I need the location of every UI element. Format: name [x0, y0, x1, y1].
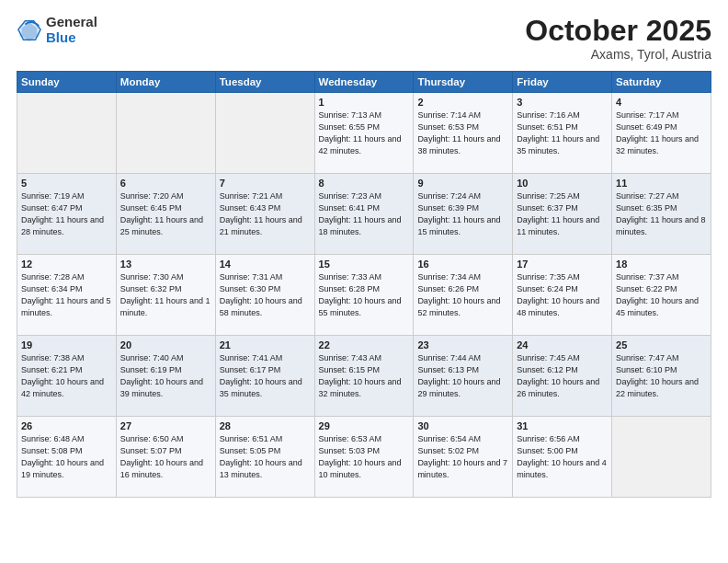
day-number: 21: [220, 339, 311, 350]
calendar-cell-w3-d5: 16Sunrise: 7:34 AM Sunset: 6:26 PM Dayli…: [414, 255, 513, 336]
calendar-cell-w1-d5: 2Sunrise: 7:14 AM Sunset: 6:53 PM Daylig…: [414, 93, 513, 174]
calendar-cell-w4-d5: 23Sunrise: 7:44 AM Sunset: 6:13 PM Dayli…: [414, 336, 513, 417]
calendar-cell-w3-d6: 17Sunrise: 7:35 AM Sunset: 6:24 PM Dayli…: [513, 255, 612, 336]
page: General Blue October 2025 Axams, Tyrol, …: [0, 0, 728, 563]
day-number: 19: [21, 339, 112, 350]
calendar-cell-w2-d4: 8Sunrise: 7:23 AM Sunset: 6:41 PM Daylig…: [314, 174, 414, 255]
day-number: 16: [417, 259, 508, 270]
logo: General Blue: [17, 15, 97, 45]
calendar-cell-w2-d2: 6Sunrise: 7:20 AM Sunset: 6:45 PM Daylig…: [116, 174, 215, 255]
day-number: 29: [319, 420, 410, 431]
day-info: Sunrise: 7:44 AM Sunset: 6:13 PM Dayligh…: [417, 352, 508, 400]
day-info: Sunrise: 7:37 AM Sunset: 6:22 PM Dayligh…: [616, 271, 707, 319]
day-number: 12: [21, 259, 112, 270]
logo-general-text: General: [46, 15, 97, 30]
calendar-cell-w2-d6: 10Sunrise: 7:25 AM Sunset: 6:37 PM Dayli…: [513, 174, 612, 255]
day-number: 9: [417, 178, 508, 189]
day-info: Sunrise: 7:17 AM Sunset: 6:49 PM Dayligh…: [616, 109, 707, 157]
calendar-cell-w5-d5: 30Sunrise: 6:54 AM Sunset: 5:02 PM Dayli…: [414, 417, 513, 498]
col-saturday: Saturday: [612, 72, 711, 93]
day-number: 13: [120, 259, 211, 270]
calendar-cell-w1-d3: [215, 93, 314, 174]
day-number: 11: [616, 178, 707, 189]
day-info: Sunrise: 7:21 AM Sunset: 6:43 PM Dayligh…: [220, 190, 311, 238]
day-info: Sunrise: 7:45 AM Sunset: 6:12 PM Dayligh…: [517, 352, 608, 400]
calendar-cell-w1-d1: [17, 93, 117, 174]
logo-text: General Blue: [46, 15, 97, 45]
col-tuesday: Tuesday: [215, 72, 314, 93]
calendar-week-4: 19Sunrise: 7:38 AM Sunset: 6:21 PM Dayli…: [17, 336, 711, 417]
col-wednesday: Wednesday: [314, 72, 414, 93]
calendar-cell-w3-d1: 12Sunrise: 7:28 AM Sunset: 6:34 PM Dayli…: [17, 255, 117, 336]
day-info: Sunrise: 7:28 AM Sunset: 6:34 PM Dayligh…: [21, 271, 112, 319]
day-number: 14: [220, 259, 311, 270]
calendar-week-1: 1Sunrise: 7:13 AM Sunset: 6:55 PM Daylig…: [17, 93, 711, 174]
calendar-week-5: 26Sunrise: 6:48 AM Sunset: 5:08 PM Dayli…: [17, 417, 711, 498]
calendar-cell-w1-d7: 4Sunrise: 7:17 AM Sunset: 6:49 PM Daylig…: [612, 93, 711, 174]
day-number: 10: [517, 178, 608, 189]
title-location: Axams, Tyrol, Austria: [525, 47, 711, 62]
day-number: 25: [616, 339, 707, 350]
day-number: 6: [120, 178, 211, 189]
col-monday: Monday: [116, 72, 215, 93]
calendar-cell-w5-d7: [612, 417, 711, 498]
calendar-cell-w5-d3: 28Sunrise: 6:51 AM Sunset: 5:05 PM Dayli…: [215, 417, 314, 498]
logo-blue-text: Blue: [46, 30, 97, 46]
calendar-cell-w2-d1: 5Sunrise: 7:19 AM Sunset: 6:47 PM Daylig…: [17, 174, 117, 255]
day-info: Sunrise: 7:41 AM Sunset: 6:17 PM Dayligh…: [220, 352, 311, 400]
calendar-cell-w4-d4: 22Sunrise: 7:43 AM Sunset: 6:15 PM Dayli…: [314, 336, 414, 417]
day-info: Sunrise: 6:48 AM Sunset: 5:08 PM Dayligh…: [21, 433, 112, 481]
calendar-cell-w5-d4: 29Sunrise: 6:53 AM Sunset: 5:03 PM Dayli…: [314, 417, 414, 498]
logo-icon: [17, 17, 42, 43]
day-info: Sunrise: 6:51 AM Sunset: 5:05 PM Dayligh…: [220, 433, 311, 481]
day-number: 2: [417, 97, 508, 108]
calendar-cell-w3-d2: 13Sunrise: 7:30 AM Sunset: 6:32 PM Dayli…: [116, 255, 215, 336]
day-number: 26: [21, 420, 112, 431]
calendar-cell-w4-d1: 19Sunrise: 7:38 AM Sunset: 6:21 PM Dayli…: [17, 336, 117, 417]
calendar-cell-w4-d6: 24Sunrise: 7:45 AM Sunset: 6:12 PM Dayli…: [513, 336, 612, 417]
calendar-cell-w2-d5: 9Sunrise: 7:24 AM Sunset: 6:39 PM Daylig…: [414, 174, 513, 255]
calendar-cell-w3-d3: 14Sunrise: 7:31 AM Sunset: 6:30 PM Dayli…: [215, 255, 314, 336]
day-info: Sunrise: 7:16 AM Sunset: 6:51 PM Dayligh…: [517, 109, 608, 157]
calendar-week-3: 12Sunrise: 7:28 AM Sunset: 6:34 PM Dayli…: [17, 255, 711, 336]
day-info: Sunrise: 7:47 AM Sunset: 6:10 PM Dayligh…: [616, 352, 707, 400]
day-number: 3: [517, 97, 608, 108]
day-number: 28: [220, 420, 311, 431]
day-info: Sunrise: 7:40 AM Sunset: 6:19 PM Dayligh…: [120, 352, 211, 400]
day-number: 4: [616, 97, 707, 108]
day-info: Sunrise: 6:56 AM Sunset: 5:00 PM Dayligh…: [517, 433, 608, 481]
calendar-cell-w5-d1: 26Sunrise: 6:48 AM Sunset: 5:08 PM Dayli…: [17, 417, 117, 498]
day-number: 24: [517, 339, 608, 350]
day-number: 17: [517, 259, 608, 270]
day-info: Sunrise: 7:38 AM Sunset: 6:21 PM Dayligh…: [21, 352, 112, 400]
day-number: 7: [220, 178, 311, 189]
day-number: 20: [120, 339, 211, 350]
col-friday: Friday: [513, 72, 612, 93]
day-info: Sunrise: 6:50 AM Sunset: 5:07 PM Dayligh…: [120, 433, 211, 481]
day-info: Sunrise: 7:31 AM Sunset: 6:30 PM Dayligh…: [220, 271, 311, 319]
calendar-cell-w4-d7: 25Sunrise: 7:47 AM Sunset: 6:10 PM Dayli…: [612, 336, 711, 417]
calendar-cell-w1-d4: 1Sunrise: 7:13 AM Sunset: 6:55 PM Daylig…: [314, 93, 414, 174]
day-info: Sunrise: 7:13 AM Sunset: 6:55 PM Dayligh…: [319, 109, 410, 157]
day-number: 22: [319, 339, 410, 350]
day-number: 18: [616, 259, 707, 270]
calendar-cell-w4-d3: 21Sunrise: 7:41 AM Sunset: 6:17 PM Dayli…: [215, 336, 314, 417]
calendar-cell-w4-d2: 20Sunrise: 7:40 AM Sunset: 6:19 PM Dayli…: [116, 336, 215, 417]
day-number: 30: [417, 420, 508, 431]
day-info: Sunrise: 7:27 AM Sunset: 6:35 PM Dayligh…: [616, 190, 707, 238]
calendar-cell-w1-d2: [116, 93, 215, 174]
day-info: Sunrise: 7:23 AM Sunset: 6:41 PM Dayligh…: [319, 190, 410, 238]
calendar-cell-w3-d7: 18Sunrise: 7:37 AM Sunset: 6:22 PM Dayli…: [612, 255, 711, 336]
calendar-cell-w3-d4: 15Sunrise: 7:33 AM Sunset: 6:28 PM Dayli…: [314, 255, 414, 336]
day-number: 1: [319, 97, 410, 108]
day-info: Sunrise: 7:24 AM Sunset: 6:39 PM Dayligh…: [417, 190, 508, 238]
day-info: Sunrise: 7:25 AM Sunset: 6:37 PM Dayligh…: [517, 190, 608, 238]
day-number: 23: [417, 339, 508, 350]
day-info: Sunrise: 7:35 AM Sunset: 6:24 PM Dayligh…: [517, 271, 608, 319]
calendar-cell-w2-d7: 11Sunrise: 7:27 AM Sunset: 6:35 PM Dayli…: [612, 174, 711, 255]
calendar-cell-w5-d6: 31Sunrise: 6:56 AM Sunset: 5:00 PM Dayli…: [513, 417, 612, 498]
day-number: 15: [319, 259, 410, 270]
calendar-cell-w2-d3: 7Sunrise: 7:21 AM Sunset: 6:43 PM Daylig…: [215, 174, 314, 255]
header: General Blue October 2025 Axams, Tyrol, …: [17, 15, 711, 62]
calendar-cell-w5-d2: 27Sunrise: 6:50 AM Sunset: 5:07 PM Dayli…: [116, 417, 215, 498]
